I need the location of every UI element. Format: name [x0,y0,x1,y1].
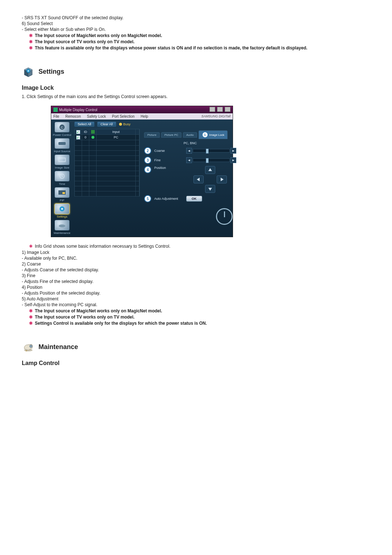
after-item4-desc: - Adjusts Position of the selected displ… [22,291,370,296]
fine-slider[interactable]: ◄ ► [186,157,236,163]
auto-adjustment-row: 5 Auto Adjustment OK [144,195,236,202]
slider-thumb[interactable] [206,149,209,154]
cell-id: 0 [82,135,89,140]
after-item1: 1) Image Lock [22,250,370,255]
after-item5-num: 5) [22,296,26,301]
header-checkbox[interactable] [76,130,80,134]
sidebar-item-settings[interactable]: Settings [51,203,73,218]
sidebar-label: PIP [60,199,65,202]
callout-1: 1 [202,131,208,138]
position-down-button[interactable] [205,185,215,193]
settings-heading-row: Settings [22,65,370,78]
srs-bullet: - SRS TS XT Sound ON/OFF of the selected… [22,15,370,20]
sidebar-item-maintenance[interactable]: Maintenance [51,220,73,235]
menu-help[interactable]: Help [141,114,148,118]
tab-image-lock[interactable]: 1Image Lock [199,130,228,139]
menu-port-selection[interactable]: Port Selection [112,114,135,118]
after-item1-num: 1) [22,250,26,255]
svg-point-22 [25,350,27,351]
svg-marker-16 [208,168,212,171]
info-grid: ID Input 0 PC [74,129,140,197]
menu-safety-lock[interactable]: Safety Lock [87,114,106,118]
svg-marker-17 [197,178,200,181]
slider-track[interactable] [193,158,230,162]
sidebar-item-input-source[interactable]: Input Source [51,138,73,153]
row-checkbox[interactable] [76,135,80,139]
after-item3-label: Fine [27,273,35,278]
clear-all-button[interactable]: Clear All [97,122,116,127]
tab-picture[interactable]: Picture [144,132,160,138]
tab-audio[interactable]: Audio [183,132,197,138]
close-icon[interactable] [225,107,230,112]
minimize-icon[interactable] [209,107,215,112]
settings-heading: Settings [38,68,64,76]
after-item3-num: 3) [22,273,26,278]
sidebar-item-time[interactable]: Time [51,171,73,186]
arrow-left-icon[interactable]: ◄ [186,148,192,154]
ok-button[interactable]: OK [186,196,202,202]
position-dpad [193,166,227,193]
svg-rect-8 [59,158,65,162]
sidebar-label: Input Source [54,150,70,153]
tab-picture-pc[interactable]: Picture PC [161,132,181,138]
maximize-icon[interactable] [217,107,223,112]
grid-row-empty [75,176,139,181]
grid-row[interactable]: 0 PC [75,135,139,140]
mdc-title: Multiple Display Control [59,108,97,112]
grid-row-empty [75,166,139,171]
arrow-left-icon[interactable]: ◄ [186,157,192,163]
cell-input: PC [97,135,136,140]
grid-row-empty [75,191,139,196]
after-star-power: Settings Control is available only for t… [29,321,370,326]
svg-rect-7 [58,142,66,145]
window-buttons[interactable] [209,107,230,113]
svg-point-13 [61,208,63,210]
panel-source-label: PC, BNC [144,141,236,145]
sidebar-label: Image Size [55,166,69,169]
after-item2: 2) Coarse [22,262,370,267]
menu-remocon[interactable]: Remocon [65,114,81,118]
menu-file[interactable]: File [53,114,59,118]
after-item1-desc: - Available only for PC, BNC. [22,256,370,261]
coarse-row: 2 Coarse ◄ ► [144,147,236,154]
sidebar-item-power-control[interactable]: C Power Control [51,122,73,137]
callout-4: 4 [144,166,151,173]
coarse-slider[interactable]: ◄ ► [186,148,236,154]
star-note-tv: The Input source of TV works only on TV … [29,39,370,44]
svg-marker-18 [221,178,224,181]
sidebar-item-image-size[interactable]: Image Size [51,154,73,169]
slider-track[interactable] [193,149,230,153]
after-item5-label: Auto Adjustment [26,296,58,301]
lamp-control-subhead: Lamp Control [22,360,370,366]
after-star-tv: The Input source of TV works only on TV … [29,315,370,320]
sidebar-label: Time [59,182,65,186]
arrow-right-icon[interactable]: ► [230,157,236,163]
col-id: ID [82,129,89,135]
mdc-menubar: File Remocon Safety Lock Port Selection … [51,113,233,119]
sidebar-label: Settings [57,215,68,218]
sidebar-item-pip[interactable]: PIP [51,187,73,202]
after-item5-desc: - Self-Adjust to the incoming PC signal. [22,302,370,307]
col-input: Input [97,129,136,135]
after-item4: 4) Position [22,285,370,290]
select-all-button[interactable]: Select All [74,122,94,127]
slider-thumb[interactable] [206,158,209,163]
position-right-button[interactable] [217,175,227,183]
after-item2-label: Coarse [27,262,41,267]
grid-row-empty [75,150,139,155]
busy-dot-icon [119,123,122,126]
callout-2: 2 [144,147,151,154]
position-left-button[interactable] [193,175,204,183]
svg-point-14 [59,224,65,227]
grid-row-empty [75,161,139,166]
position-row: 4 Position [144,166,236,193]
svg-point-21 [30,345,32,348]
svg-rect-15 [91,130,95,134]
arrow-right-icon[interactable]: ► [230,148,236,154]
mdc-titlebar: Multiple Display Control [51,106,233,113]
maintenance-icon [54,220,70,231]
image-size-icon [54,154,70,165]
svg-text:C: C [61,126,64,129]
position-up-button[interactable] [205,166,215,174]
after-item4-label: Position [27,285,42,290]
